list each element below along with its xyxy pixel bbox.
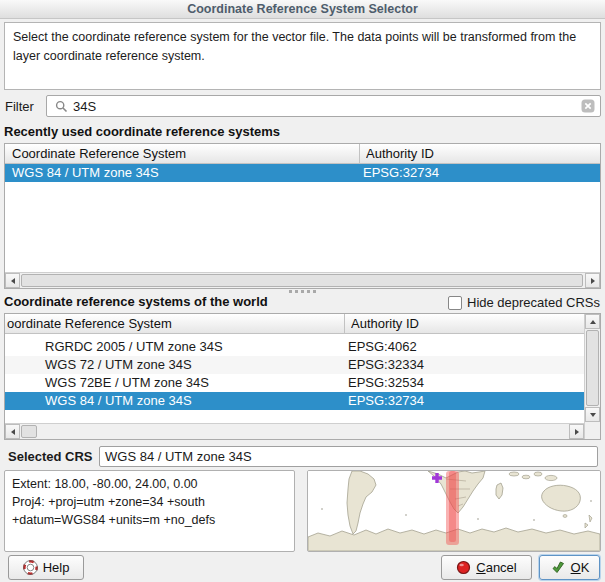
row-authority-id: EPSG:4062 bbox=[348, 338, 417, 356]
row-crs-name: WGS 84 / UTM zone 34S bbox=[45, 392, 192, 410]
scroll-right-icon[interactable] bbox=[585, 273, 600, 288]
clear-filter-icon[interactable] bbox=[581, 99, 595, 113]
crs-extent: Extent: 18.00, -80.00, 24.00, 0.00 bbox=[12, 476, 287, 494]
dialog-title: Coordinate Reference System Selector bbox=[187, 2, 418, 16]
scroll-right-icon[interactable] bbox=[569, 424, 584, 439]
world-col-authority[interactable]: Authority ID bbox=[351, 314, 576, 334]
row-crs-name: WGS 84 / UTM zone 34S bbox=[12, 164, 159, 182]
scroll-up-icon[interactable] bbox=[585, 314, 600, 329]
crs-proj4-line1: Proj4: +proj=utm +zone=34 +south bbox=[12, 494, 287, 512]
table-row[interactable]: WGS 84 / UTM zone 34S EPSG:32734 bbox=[5, 392, 584, 410]
selected-crs-field[interactable]: WGS 84 / UTM zone 34S bbox=[99, 446, 598, 467]
help-button[interactable]: Help bbox=[8, 555, 84, 580]
row-crs-name: RGRDC 2005 / UTM zone 34S bbox=[45, 338, 223, 356]
row-crs-name: WGS 72BE / UTM zone 34S bbox=[45, 374, 209, 392]
crs-details-box: Extent: 18.00, -80.00, 24.00, 0.00 Proj4… bbox=[4, 470, 295, 552]
row-crs-name: WGS 72 / UTM zone 34S bbox=[45, 356, 192, 374]
help-icon bbox=[23, 560, 38, 575]
row-authority-id: EPSG:32734 bbox=[363, 164, 439, 182]
row-authority-id: EPSG:32534 bbox=[348, 374, 424, 392]
hscroll-thumb[interactable] bbox=[21, 425, 37, 438]
table-row[interactable]: RGRDC 2005 / UTM zone 34S EPSG:4062 bbox=[5, 338, 584, 356]
world-crs-heading: Coordinate reference systems of the worl… bbox=[4, 294, 268, 309]
recent-col-divider[interactable] bbox=[359, 144, 360, 164]
recent-crs-heading: Recently used coordinate reference syste… bbox=[4, 124, 280, 139]
crs-proj4-line2: +datum=WGS84 +units=m +no_defs bbox=[12, 512, 287, 530]
ok-button[interactable]: OK bbox=[539, 555, 600, 580]
table-row[interactable]: WGS 72BE / UTM zone 34S EPSG:32534 bbox=[5, 374, 584, 392]
filter-input[interactable]: 34S bbox=[46, 95, 601, 117]
table-row[interactable]: WGS 72 / UTM zone 34S EPSG:32334 bbox=[5, 356, 584, 374]
ok-button-label: OK bbox=[571, 560, 590, 575]
world-map bbox=[308, 471, 600, 551]
description-text: Select the coordinate reference system f… bbox=[4, 22, 601, 90]
recent-col-crs[interactable]: Coordinate Reference System bbox=[12, 144, 352, 164]
help-button-label: Help bbox=[43, 560, 70, 575]
vscroll-thumb[interactable] bbox=[586, 330, 599, 406]
world-col-crs[interactable]: oordinate Reference System bbox=[7, 314, 337, 334]
cancel-button-label: Cancel bbox=[476, 560, 516, 575]
hscroll-thumb[interactable] bbox=[21, 274, 583, 287]
ok-check-icon bbox=[550, 561, 566, 575]
row-authority-id: EPSG:32734 bbox=[348, 392, 424, 410]
filter-value: 34S bbox=[73, 99, 581, 114]
title-bar: Coordinate Reference System Selector bbox=[0, 0, 605, 19]
world-col-divider[interactable] bbox=[344, 314, 345, 334]
search-icon bbox=[55, 100, 68, 113]
splitter-handle[interactable] bbox=[289, 290, 316, 293]
recent-table-hscrollbar[interactable] bbox=[5, 272, 600, 288]
world-table-header[interactable]: oordinate Reference System Authority ID bbox=[5, 314, 584, 334]
scroll-left-icon[interactable] bbox=[5, 273, 20, 288]
recent-crs-table[interactable]: Coordinate Reference System Authority ID… bbox=[4, 143, 601, 289]
hide-deprecated-label[interactable]: Hide deprecated CRSs bbox=[467, 294, 600, 311]
scroll-left-icon[interactable] bbox=[5, 424, 20, 439]
table-row[interactable]: WGS 84 / UTM zone 34S EPSG:32734 bbox=[5, 164, 600, 182]
selected-crs-label: Selected CRS bbox=[8, 449, 93, 464]
utm-zone-highlight-core bbox=[449, 471, 456, 542]
scroll-down-icon[interactable] bbox=[585, 407, 600, 422]
row-authority-id: EPSG:32334 bbox=[348, 356, 424, 374]
cancel-button[interactable]: Cancel bbox=[441, 555, 532, 580]
recent-col-authority[interactable]: Authority ID bbox=[366, 144, 586, 164]
hide-deprecated-checkbox[interactable] bbox=[448, 296, 462, 310]
recent-table-header[interactable]: Coordinate Reference System Authority ID bbox=[5, 144, 600, 164]
world-crs-table[interactable]: oordinate Reference System Authority ID … bbox=[4, 313, 601, 440]
filter-label: Filter bbox=[5, 96, 34, 118]
map-preview bbox=[307, 470, 601, 552]
crs-selector-dialog: Coordinate Reference System Selector Sel… bbox=[0, 0, 605, 582]
world-table-vscrollbar[interactable] bbox=[584, 314, 600, 439]
cancel-icon bbox=[456, 560, 471, 575]
world-table-hscrollbar[interactable] bbox=[5, 423, 584, 439]
